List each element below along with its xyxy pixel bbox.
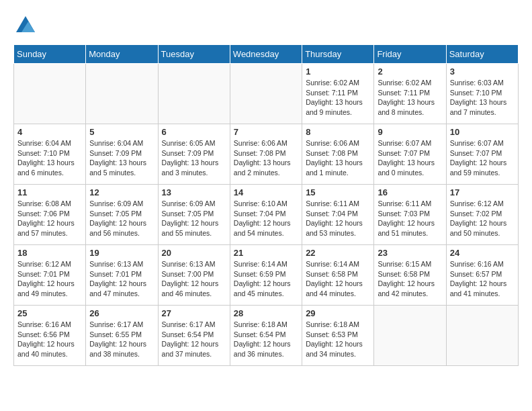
- day-number: 1: [306, 66, 370, 77]
- day-info: Sunrise: 6:13 AM Sunset: 7:01 PM Dayligh…: [89, 259, 154, 299]
- calendar-cell: [230, 64, 302, 124]
- day-number: 18: [17, 248, 82, 258]
- calendar-cell: 15Sunrise: 6:11 AM Sunset: 7:04 PM Dayli…: [302, 185, 374, 245]
- calendar-cell: 6Sunrise: 6:05 AM Sunset: 7:09 PM Daylig…: [158, 124, 230, 185]
- calendar-cell: [446, 306, 518, 366]
- calendar-cell: 27Sunrise: 6:17 AM Sunset: 6:54 PM Dayli…: [158, 306, 230, 366]
- logo: [13, 13, 42, 38]
- calendar-cell: 1Sunrise: 6:02 AM Sunset: 7:11 PM Daylig…: [302, 64, 374, 124]
- day-number: 4: [17, 127, 82, 137]
- page-header: [13, 13, 519, 38]
- day-number: 11: [17, 187, 82, 197]
- calendar-table: SundayMondayTuesdayWednesdayThursdayFrid…: [13, 44, 519, 366]
- day-info: Sunrise: 6:15 AM Sunset: 6:58 PM Dayligh…: [378, 259, 442, 299]
- day-info: Sunrise: 6:06 AM Sunset: 7:08 PM Dayligh…: [234, 138, 298, 178]
- calendar-cell: 22Sunrise: 6:14 AM Sunset: 6:58 PM Dayli…: [302, 245, 374, 306]
- calendar-cell: 25Sunrise: 6:16 AM Sunset: 6:56 PM Dayli…: [14, 306, 86, 366]
- day-number: 20: [162, 248, 226, 258]
- day-number: 19: [89, 248, 154, 258]
- calendar-week-row: 25Sunrise: 6:16 AM Sunset: 6:56 PM Dayli…: [14, 306, 519, 366]
- day-info: Sunrise: 6:18 AM Sunset: 6:54 PM Dayligh…: [234, 320, 298, 359]
- day-info: Sunrise: 6:14 AM Sunset: 6:58 PM Dayligh…: [306, 259, 370, 299]
- calendar-cell: 12Sunrise: 6:09 AM Sunset: 7:05 PM Dayli…: [86, 185, 158, 245]
- calendar-cell: 13Sunrise: 6:09 AM Sunset: 7:05 PM Dayli…: [158, 185, 230, 245]
- weekday-header-monday: Monday: [86, 45, 158, 64]
- calendar-cell: 16Sunrise: 6:11 AM Sunset: 7:03 PM Dayli…: [374, 185, 446, 245]
- calendar-cell: 14Sunrise: 6:10 AM Sunset: 7:04 PM Dayli…: [230, 185, 302, 245]
- day-number: 23: [378, 248, 442, 258]
- calendar-cell: 2Sunrise: 6:02 AM Sunset: 7:11 PM Daylig…: [374, 64, 446, 124]
- day-info: Sunrise: 6:11 AM Sunset: 7:04 PM Dayligh…: [306, 199, 370, 238]
- calendar-cell: [374, 306, 446, 366]
- day-info: Sunrise: 6:06 AM Sunset: 7:08 PM Dayligh…: [306, 138, 370, 178]
- day-info: Sunrise: 6:05 AM Sunset: 7:09 PM Dayligh…: [162, 138, 226, 178]
- day-info: Sunrise: 6:16 AM Sunset: 6:56 PM Dayligh…: [17, 320, 82, 359]
- day-info: Sunrise: 6:09 AM Sunset: 7:05 PM Dayligh…: [162, 199, 226, 238]
- calendar-week-row: 18Sunrise: 6:12 AM Sunset: 7:01 PM Dayli…: [14, 245, 519, 306]
- day-number: 8: [306, 127, 370, 137]
- day-info: Sunrise: 6:10 AM Sunset: 7:04 PM Dayligh…: [234, 199, 298, 238]
- day-number: 13: [162, 187, 226, 197]
- calendar-cell: [158, 64, 230, 124]
- day-info: Sunrise: 6:11 AM Sunset: 7:03 PM Dayligh…: [378, 199, 442, 238]
- day-number: 26: [89, 308, 154, 318]
- day-info: Sunrise: 6:08 AM Sunset: 7:06 PM Dayligh…: [17, 199, 82, 238]
- calendar-cell: 20Sunrise: 6:13 AM Sunset: 7:00 PM Dayli…: [158, 245, 230, 306]
- day-info: Sunrise: 6:17 AM Sunset: 6:55 PM Dayligh…: [89, 320, 154, 359]
- day-number: 27: [162, 308, 226, 318]
- day-info: Sunrise: 6:04 AM Sunset: 7:09 PM Dayligh…: [89, 138, 154, 178]
- day-number: 2: [378, 66, 442, 77]
- weekday-header-friday: Friday: [374, 45, 446, 64]
- day-info: Sunrise: 6:02 AM Sunset: 7:11 PM Dayligh…: [306, 78, 370, 118]
- day-number: 10: [450, 127, 515, 137]
- day-info: Sunrise: 6:02 AM Sunset: 7:11 PM Dayligh…: [378, 78, 442, 118]
- day-number: 14: [234, 187, 298, 197]
- calendar-cell: 29Sunrise: 6:18 AM Sunset: 6:53 PM Dayli…: [302, 306, 374, 366]
- day-number: 22: [306, 248, 370, 258]
- calendar-cell: 9Sunrise: 6:07 AM Sunset: 7:07 PM Daylig…: [374, 124, 446, 185]
- calendar-week-row: 11Sunrise: 6:08 AM Sunset: 7:06 PM Dayli…: [14, 185, 519, 245]
- day-number: 6: [162, 127, 226, 137]
- day-info: Sunrise: 6:03 AM Sunset: 7:10 PM Dayligh…: [450, 78, 515, 118]
- weekday-header-wednesday: Wednesday: [230, 45, 302, 64]
- day-info: Sunrise: 6:17 AM Sunset: 6:54 PM Dayligh…: [162, 320, 226, 359]
- day-info: Sunrise: 6:16 AM Sunset: 6:57 PM Dayligh…: [450, 259, 515, 299]
- day-number: 5: [89, 127, 154, 137]
- day-info: Sunrise: 6:14 AM Sunset: 6:59 PM Dayligh…: [234, 259, 298, 299]
- calendar-cell: 8Sunrise: 6:06 AM Sunset: 7:08 PM Daylig…: [302, 124, 374, 185]
- day-number: 24: [450, 248, 515, 258]
- day-number: 7: [234, 127, 298, 137]
- day-info: Sunrise: 6:13 AM Sunset: 7:00 PM Dayligh…: [162, 259, 226, 299]
- day-info: Sunrise: 6:07 AM Sunset: 7:07 PM Dayligh…: [450, 138, 515, 178]
- calendar-cell: 28Sunrise: 6:18 AM Sunset: 6:54 PM Dayli…: [230, 306, 302, 366]
- calendar-cell: 4Sunrise: 6:04 AM Sunset: 7:10 PM Daylig…: [14, 124, 86, 185]
- weekday-header-tuesday: Tuesday: [158, 45, 230, 64]
- day-info: Sunrise: 6:07 AM Sunset: 7:07 PM Dayligh…: [378, 138, 442, 178]
- calendar-cell: [86, 64, 158, 124]
- day-info: Sunrise: 6:12 AM Sunset: 7:02 PM Dayligh…: [450, 199, 515, 238]
- day-number: 9: [378, 127, 442, 137]
- day-info: Sunrise: 6:18 AM Sunset: 6:53 PM Dayligh…: [306, 320, 370, 359]
- day-number: 16: [378, 187, 442, 197]
- day-number: 12: [89, 187, 154, 197]
- calendar-week-row: 1Sunrise: 6:02 AM Sunset: 7:11 PM Daylig…: [14, 64, 519, 124]
- day-number: 21: [234, 248, 298, 258]
- logo-icon: [13, 13, 38, 38]
- weekday-header-row: SundayMondayTuesdayWednesdayThursdayFrid…: [14, 45, 519, 64]
- day-info: Sunrise: 6:04 AM Sunset: 7:10 PM Dayligh…: [17, 138, 82, 178]
- day-number: 15: [306, 187, 370, 197]
- calendar-cell: 23Sunrise: 6:15 AM Sunset: 6:58 PM Dayli…: [374, 245, 446, 306]
- calendar-cell: 26Sunrise: 6:17 AM Sunset: 6:55 PM Dayli…: [86, 306, 158, 366]
- calendar-cell: 7Sunrise: 6:06 AM Sunset: 7:08 PM Daylig…: [230, 124, 302, 185]
- weekday-header-sunday: Sunday: [14, 45, 86, 64]
- calendar-week-row: 4Sunrise: 6:04 AM Sunset: 7:10 PM Daylig…: [14, 124, 519, 185]
- calendar-cell: 24Sunrise: 6:16 AM Sunset: 6:57 PM Dayli…: [446, 245, 518, 306]
- calendar-cell: 11Sunrise: 6:08 AM Sunset: 7:06 PM Dayli…: [14, 185, 86, 245]
- weekday-header-saturday: Saturday: [446, 45, 518, 64]
- calendar-cell: 19Sunrise: 6:13 AM Sunset: 7:01 PM Dayli…: [86, 245, 158, 306]
- calendar-cell: 18Sunrise: 6:12 AM Sunset: 7:01 PM Dayli…: [14, 245, 86, 306]
- day-number: 29: [306, 308, 370, 318]
- day-number: 17: [450, 187, 515, 197]
- calendar-cell: 10Sunrise: 6:07 AM Sunset: 7:07 PM Dayli…: [446, 124, 518, 185]
- day-info: Sunrise: 6:12 AM Sunset: 7:01 PM Dayligh…: [17, 259, 82, 299]
